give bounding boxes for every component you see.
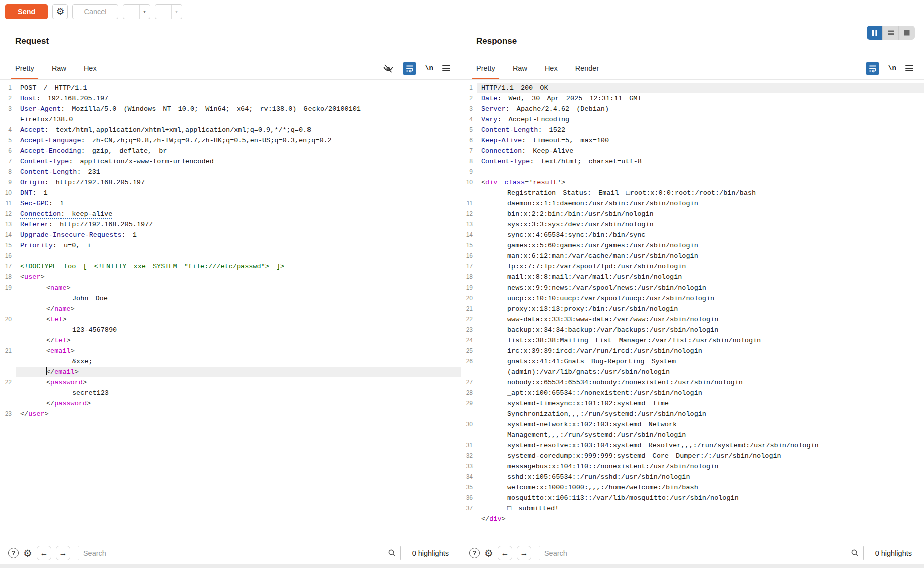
response-panel: Response PrettyRawHexRender \n [461, 23, 924, 564]
line-number: 4 [461, 114, 477, 125]
line-number [461, 367, 477, 377]
editor-line: 123-4567890 [0, 325, 461, 335]
tab-pretty[interactable]: Pretty [470, 57, 501, 79]
tab-raw[interactable]: Raw [46, 57, 72, 79]
response-title: Response [476, 36, 517, 46]
search-settings-icon[interactable]: ⚙ [23, 547, 32, 559]
line-number: 15 [461, 240, 477, 251]
request-settings-button[interactable]: ⚙ [52, 4, 68, 19]
line-number: 9 [461, 167, 477, 177]
history-back-dropdown[interactable]: ▾ [139, 5, 150, 19]
line-number: 32 [461, 451, 477, 461]
word-wrap-toggle-icon[interactable] [866, 62, 879, 75]
line-number: 25 [461, 346, 477, 356]
tab-pretty[interactable]: Pretty [9, 57, 40, 79]
tab-hex[interactable]: Hex [78, 57, 103, 79]
layout-rows-button[interactable] [883, 26, 899, 40]
editor-line: 5Content-Length: 1522 [461, 125, 924, 135]
editor-line: 23</user> [0, 409, 461, 419]
editor-line: 8Content-Length: 231 [0, 167, 461, 177]
line-number [0, 398, 16, 409]
editor-line: 21proxy:x:13:13:proxy:/bin:/usr/sbin/nol… [461, 304, 924, 314]
caret-down-icon: ▾ [175, 9, 178, 14]
line-number: 3 [461, 104, 477, 114]
line-number: 26 [461, 356, 477, 367]
editor-line: (admin):/var/lib/gnats:/usr/sbin/nologin [461, 367, 924, 377]
editor-menu-icon[interactable] [905, 64, 914, 72]
editor-line: 32systemd-coredump:x:999:999:systemd Cor… [461, 451, 924, 461]
layout-toggle-group [867, 26, 915, 40]
line-number: 37 [461, 503, 477, 514]
show-newlines-toggle-icon[interactable]: \n [888, 64, 896, 72]
line-number: 5 [461, 125, 477, 135]
editor-line: 2Date: Wed, 30 Apr 2025 12:31:11 GMT [461, 93, 924, 104]
request-tabs: PrettyRawHex [9, 57, 108, 79]
editor-line: 34sshd:x:105:65534::/run/sshd:/usr/sbin/… [461, 472, 924, 482]
response-tabs: PrettyRawHexRender [470, 57, 610, 79]
previous-match-button[interactable]: ← [37, 546, 51, 560]
previous-match-button[interactable]: ← [498, 546, 512, 560]
line-number: 1 [0, 83, 16, 93]
editor-line: Synchronization,,,:/run/systemd:/usr/sbi… [461, 409, 924, 419]
editor-line: Management,,,:/run/systemd:/usr/sbin/nol… [461, 430, 924, 440]
editor-line: 11Sec-GPC: 1 [0, 198, 461, 209]
search-settings-icon[interactable]: ⚙ [484, 547, 493, 559]
line-number [0, 388, 16, 398]
tab-raw[interactable]: Raw [507, 57, 533, 79]
editor-line: 4Accept: text/html,application/xhtml+xml… [0, 125, 461, 135]
editor-line: 16man:x:6:12:man:/var/cache/man:/usr/sbi… [461, 251, 924, 261]
editor-line: 10DNT: 1 [0, 188, 461, 198]
line-number: 5 [0, 135, 16, 146]
response-tabbar: PrettyRawHexRender \n [461, 57, 924, 80]
help-icon[interactable]: ? [469, 548, 480, 558]
history-back-split-button: < ▾ [123, 4, 150, 19]
response-search-input[interactable] [539, 546, 864, 560]
show-newlines-toggle-icon[interactable]: \n [425, 64, 433, 72]
editor-menu-icon[interactable] [442, 64, 451, 72]
editor-line: 14Upgrade-Insecure-Requests: 1 [0, 230, 461, 240]
line-number: 1 [461, 83, 477, 93]
editor-line: 3Server: Apache/2.4.62 (Debian) [461, 104, 924, 114]
history-forward-button[interactable]: > [155, 5, 171, 19]
word-wrap-toggle-icon[interactable] [403, 62, 416, 75]
editor-line: 27nobody:x:65534:65534:nobody:/nonexiste… [461, 377, 924, 388]
editor-line: 18<user> [0, 272, 461, 282]
toolbar: Send ⚙ Cancel < ▾ > ▾ [0, 0, 924, 23]
history-back-button[interactable]: < [123, 5, 139, 19]
layout-single-button[interactable] [899, 26, 915, 40]
line-number [461, 409, 477, 419]
editor-line: 7Connection: Keep-Alive [461, 146, 924, 156]
layout-columns-button[interactable] [867, 26, 883, 40]
editor-line: </email> [0, 367, 461, 377]
editor-line: John Doe [0, 293, 461, 304]
line-number: 11 [461, 198, 477, 209]
editor-line: 31systemd-resolve:x:103:104:systemd Reso… [461, 440, 924, 451]
help-icon[interactable]: ? [8, 548, 19, 558]
next-match-button[interactable]: → [56, 546, 70, 560]
line-number [0, 335, 16, 346]
line-number [0, 325, 16, 335]
editor-line: 12bin:x:2:2:bin:/bin:/usr/sbin/nologin [461, 209, 924, 219]
tab-hex[interactable]: Hex [539, 57, 564, 79]
line-number: 31 [461, 440, 477, 451]
tab-render[interactable]: Render [569, 57, 605, 79]
hide-nonprinting-icon[interactable] [382, 62, 394, 74]
line-number: 8 [0, 167, 16, 177]
line-number: 16 [0, 251, 16, 261]
response-editor[interactable]: 1HTTP/1.1 200 OK2Date: Wed, 30 Apr 2025 … [461, 80, 924, 542]
editor-line: 33messagebus:x:104:110::/nonexistent:/us… [461, 461, 924, 472]
editor-line: 19<name> [0, 282, 461, 293]
cancel-button[interactable]: Cancel [72, 4, 118, 19]
editor-line: 4Vary: Accept-Encoding [461, 114, 924, 125]
send-button[interactable]: Send [5, 4, 48, 19]
editor-line: 19news:x:9:9:news:/var/spool/news:/usr/s… [461, 282, 924, 293]
request-search-input[interactable] [78, 546, 401, 560]
editor-line: 36mosquitto:x:106:113::/var/lib/mosquitt… [461, 493, 924, 503]
next-match-button[interactable]: → [517, 546, 531, 560]
history-forward-dropdown[interactable]: ▾ [171, 5, 182, 19]
request-editor[interactable]: 1POST / HTTP/1.12Host: 192.168.205.1973U… [0, 80, 461, 542]
line-number: 11 [0, 198, 16, 209]
editor-line: 22www-data:x:33:33:www-data:/var/www:/us… [461, 314, 924, 325]
editor-line: 2Host: 192.168.205.197 [0, 93, 461, 104]
line-number: 3 [0, 104, 16, 114]
